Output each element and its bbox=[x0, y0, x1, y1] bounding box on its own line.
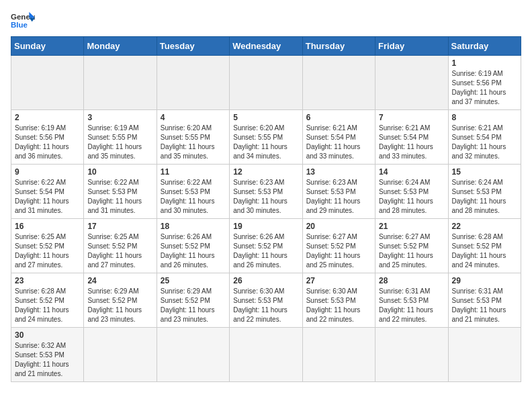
calendar-cell: 26Sunrise: 6:30 AM Sunset: 5:53 PM Dayli… bbox=[230, 273, 302, 328]
day-info: Sunrise: 6:24 AM Sunset: 5:53 PM Dayligh… bbox=[379, 178, 444, 216]
weekday-header-wednesday: Wednesday bbox=[230, 37, 302, 56]
calendar-cell bbox=[302, 328, 375, 382]
calendar-cell bbox=[302, 56, 375, 110]
day-info: Sunrise: 6:21 AM Sunset: 5:54 PM Dayligh… bbox=[379, 124, 444, 161]
day-number: 15 bbox=[452, 167, 517, 177]
weekday-header-tuesday: Tuesday bbox=[157, 37, 229, 56]
day-info: Sunrise: 6:19 AM Sunset: 5:56 PM Dayligh… bbox=[452, 69, 517, 107]
calendar-cell: 29Sunrise: 6:31 AM Sunset: 5:53 PM Dayli… bbox=[448, 273, 521, 328]
day-number: 28 bbox=[379, 276, 444, 285]
logo: General Blue bbox=[11, 11, 35, 30]
calendar-cell: 28Sunrise: 6:31 AM Sunset: 5:53 PM Dayli… bbox=[375, 273, 448, 328]
day-number: 20 bbox=[306, 222, 371, 231]
calendar-cell: 25Sunrise: 6:29 AM Sunset: 5:52 PM Dayli… bbox=[157, 273, 229, 328]
calendar-cell: 6Sunrise: 6:21 AM Sunset: 5:54 PM Daylig… bbox=[302, 110, 375, 165]
day-number: 5 bbox=[233, 113, 298, 122]
day-info: Sunrise: 6:22 AM Sunset: 5:53 PM Dayligh… bbox=[87, 178, 152, 216]
day-number: 6 bbox=[306, 113, 371, 122]
day-number: 13 bbox=[306, 167, 371, 177]
day-info: Sunrise: 6:24 AM Sunset: 5:53 PM Dayligh… bbox=[452, 178, 517, 216]
header: General Blue bbox=[11, 11, 521, 30]
day-info: Sunrise: 6:31 AM Sunset: 5:53 PM Dayligh… bbox=[379, 287, 444, 324]
week-row-2: 9Sunrise: 6:22 AM Sunset: 5:54 PM Daylig… bbox=[11, 165, 521, 219]
day-info: Sunrise: 6:31 AM Sunset: 5:53 PM Dayligh… bbox=[452, 287, 517, 324]
calendar-cell: 20Sunrise: 6:27 AM Sunset: 5:52 PM Dayli… bbox=[302, 219, 375, 273]
day-number: 1 bbox=[452, 58, 517, 68]
weekday-header-thursday: Thursday bbox=[302, 37, 375, 56]
day-info: Sunrise: 6:20 AM Sunset: 5:55 PM Dayligh… bbox=[161, 124, 226, 161]
calendar: SundayMondayTuesdayWednesdayThursdayFrid… bbox=[11, 36, 521, 382]
day-info: Sunrise: 6:29 AM Sunset: 5:52 PM Dayligh… bbox=[161, 287, 226, 324]
day-number: 22 bbox=[452, 222, 517, 231]
day-info: Sunrise: 6:25 AM Sunset: 5:52 PM Dayligh… bbox=[87, 232, 152, 270]
svg-text:Blue: Blue bbox=[11, 21, 28, 29]
day-number: 16 bbox=[15, 222, 80, 231]
calendar-cell: 11Sunrise: 6:22 AM Sunset: 5:53 PM Dayli… bbox=[157, 165, 229, 219]
day-info: Sunrise: 6:29 AM Sunset: 5:52 PM Dayligh… bbox=[87, 287, 152, 324]
day-info: Sunrise: 6:20 AM Sunset: 5:55 PM Dayligh… bbox=[233, 124, 298, 161]
week-row-1: 2Sunrise: 6:19 AM Sunset: 5:56 PM Daylig… bbox=[11, 110, 521, 165]
calendar-cell bbox=[375, 328, 448, 382]
calendar-cell: 16Sunrise: 6:25 AM Sunset: 5:52 PM Dayli… bbox=[11, 219, 84, 273]
calendar-cell: 23Sunrise: 6:28 AM Sunset: 5:52 PM Dayli… bbox=[11, 273, 84, 328]
day-number: 11 bbox=[161, 167, 226, 177]
day-number: 4 bbox=[161, 113, 226, 122]
calendar-cell: 22Sunrise: 6:28 AM Sunset: 5:52 PM Dayli… bbox=[448, 219, 521, 273]
day-number: 12 bbox=[233, 167, 298, 177]
day-number: 9 bbox=[15, 167, 80, 177]
week-row-3: 16Sunrise: 6:25 AM Sunset: 5:52 PM Dayli… bbox=[11, 219, 521, 273]
weekday-header-sunday: Sunday bbox=[11, 37, 84, 56]
calendar-cell: 19Sunrise: 6:26 AM Sunset: 5:52 PM Dayli… bbox=[230, 219, 302, 273]
calendar-cell bbox=[84, 56, 157, 110]
calendar-cell: 17Sunrise: 6:25 AM Sunset: 5:52 PM Dayli… bbox=[84, 219, 157, 273]
calendar-cell: 5Sunrise: 6:20 AM Sunset: 5:55 PM Daylig… bbox=[230, 110, 302, 165]
day-number: 29 bbox=[452, 276, 517, 285]
day-number: 26 bbox=[233, 276, 298, 285]
calendar-cell: 21Sunrise: 6:27 AM Sunset: 5:52 PM Dayli… bbox=[375, 219, 448, 273]
day-info: Sunrise: 6:28 AM Sunset: 5:52 PM Dayligh… bbox=[15, 287, 80, 324]
day-info: Sunrise: 6:25 AM Sunset: 5:52 PM Dayligh… bbox=[15, 232, 80, 270]
day-number: 25 bbox=[161, 276, 226, 285]
weekday-header-friday: Friday bbox=[375, 37, 448, 56]
day-info: Sunrise: 6:19 AM Sunset: 5:56 PM Dayligh… bbox=[15, 124, 80, 161]
calendar-cell bbox=[448, 328, 521, 382]
calendar-cell: 1Sunrise: 6:19 AM Sunset: 5:56 PM Daylig… bbox=[448, 56, 521, 110]
calendar-cell: 27Sunrise: 6:30 AM Sunset: 5:53 PM Dayli… bbox=[302, 273, 375, 328]
day-number: 27 bbox=[306, 276, 371, 285]
day-info: Sunrise: 6:27 AM Sunset: 5:52 PM Dayligh… bbox=[379, 232, 444, 270]
day-info: Sunrise: 6:21 AM Sunset: 5:54 PM Dayligh… bbox=[306, 124, 371, 161]
calendar-cell: 8Sunrise: 6:21 AM Sunset: 5:54 PM Daylig… bbox=[448, 110, 521, 165]
weekday-header-saturday: Saturday bbox=[448, 37, 521, 56]
week-row-5: 30Sunrise: 6:32 AM Sunset: 5:53 PM Dayli… bbox=[11, 328, 521, 382]
day-number: 7 bbox=[379, 113, 444, 122]
calendar-cell: 18Sunrise: 6:26 AM Sunset: 5:52 PM Dayli… bbox=[157, 219, 229, 273]
calendar-cell bbox=[157, 328, 229, 382]
calendar-cell bbox=[230, 56, 302, 110]
calendar-cell: 4Sunrise: 6:20 AM Sunset: 5:55 PM Daylig… bbox=[157, 110, 229, 165]
calendar-cell bbox=[157, 56, 229, 110]
day-number: 8 bbox=[452, 113, 517, 122]
calendar-cell: 2Sunrise: 6:19 AM Sunset: 5:56 PM Daylig… bbox=[11, 110, 84, 165]
day-info: Sunrise: 6:26 AM Sunset: 5:52 PM Dayligh… bbox=[233, 232, 298, 270]
day-info: Sunrise: 6:28 AM Sunset: 5:52 PM Dayligh… bbox=[452, 232, 517, 270]
week-row-0: 1Sunrise: 6:19 AM Sunset: 5:56 PM Daylig… bbox=[11, 56, 521, 110]
calendar-cell: 7Sunrise: 6:21 AM Sunset: 5:54 PM Daylig… bbox=[375, 110, 448, 165]
calendar-cell: 3Sunrise: 6:19 AM Sunset: 5:55 PM Daylig… bbox=[84, 110, 157, 165]
logo-svg: General Blue bbox=[11, 11, 35, 30]
day-number: 21 bbox=[379, 222, 444, 231]
day-number: 23 bbox=[15, 276, 80, 285]
day-number: 30 bbox=[15, 330, 80, 340]
day-info: Sunrise: 6:21 AM Sunset: 5:54 PM Dayligh… bbox=[452, 124, 517, 161]
day-info: Sunrise: 6:23 AM Sunset: 5:53 PM Dayligh… bbox=[233, 178, 298, 216]
day-info: Sunrise: 6:27 AM Sunset: 5:52 PM Dayligh… bbox=[306, 232, 371, 270]
weekday-header-row: SundayMondayTuesdayWednesdayThursdayFrid… bbox=[11, 37, 521, 56]
calendar-cell bbox=[11, 56, 84, 110]
day-info: Sunrise: 6:32 AM Sunset: 5:53 PM Dayligh… bbox=[15, 341, 80, 379]
day-info: Sunrise: 6:23 AM Sunset: 5:53 PM Dayligh… bbox=[306, 178, 371, 216]
day-info: Sunrise: 6:26 AM Sunset: 5:52 PM Dayligh… bbox=[161, 232, 226, 270]
weekday-header-monday: Monday bbox=[84, 37, 157, 56]
day-info: Sunrise: 6:22 AM Sunset: 5:54 PM Dayligh… bbox=[15, 178, 80, 216]
calendar-cell: 30Sunrise: 6:32 AM Sunset: 5:53 PM Dayli… bbox=[11, 328, 84, 382]
calendar-cell bbox=[84, 328, 157, 382]
calendar-cell: 12Sunrise: 6:23 AM Sunset: 5:53 PM Dayli… bbox=[230, 165, 302, 219]
